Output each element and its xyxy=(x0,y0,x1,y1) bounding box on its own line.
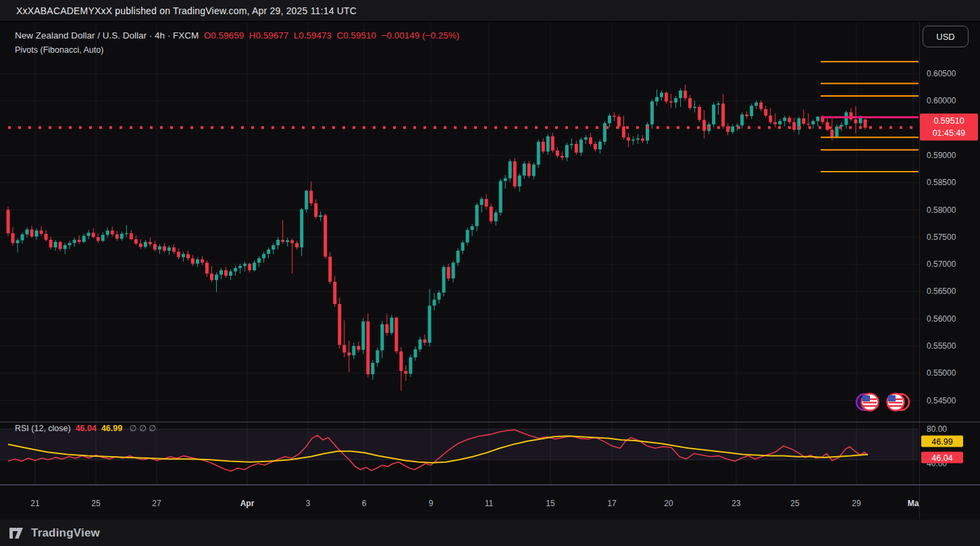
candle-body xyxy=(480,199,484,205)
candle-body xyxy=(413,349,417,357)
candle-body xyxy=(130,233,133,239)
indicator-legend-pivots[interactable]: Pivots (Fibonacci, Auto) xyxy=(15,45,103,55)
tradingview-logo[interactable]: TradingView xyxy=(9,526,100,540)
candle-body xyxy=(466,230,469,243)
rsi-params: (12, close) xyxy=(31,424,70,433)
candle-body xyxy=(314,203,317,217)
candle-body xyxy=(684,91,687,98)
candle-body xyxy=(570,144,573,145)
candle-body xyxy=(30,230,34,237)
candle-body xyxy=(182,254,185,257)
candle-body xyxy=(542,142,545,152)
candle-body xyxy=(305,191,308,209)
candle-body xyxy=(584,137,588,139)
candle-body xyxy=(792,122,796,130)
candle-body xyxy=(731,126,734,132)
candle-body xyxy=(357,346,360,350)
candle-body xyxy=(750,106,753,116)
candle-body xyxy=(679,91,682,98)
candle-body xyxy=(504,178,507,181)
candle-body xyxy=(773,122,777,124)
pane-separator-2[interactable] xyxy=(0,485,980,485)
candle-body xyxy=(854,120,857,124)
rsi-axis-label: 46.04 xyxy=(921,452,963,464)
symbol-title[interactable]: New Zealand Dollar / U.S. Dollar · 4h · … xyxy=(15,30,199,41)
candle-body xyxy=(650,101,654,124)
candle-body xyxy=(371,363,374,374)
current-price-value: 0.59510 xyxy=(920,115,978,127)
time-axis[interactable]: 212527Apr36911151720232529Ma xyxy=(0,485,980,520)
candle-body xyxy=(26,230,29,234)
candle-body xyxy=(802,118,805,124)
countdown-timer: 01:45:49 xyxy=(920,127,978,139)
candle-body xyxy=(338,304,341,345)
candle-body xyxy=(669,101,673,103)
time-tick-label: Apr xyxy=(240,499,255,508)
candle-body xyxy=(613,116,616,117)
candle-body xyxy=(361,322,365,350)
candle-body xyxy=(290,241,294,243)
candle-body xyxy=(115,234,119,239)
time-tick-label: 23 xyxy=(731,499,740,508)
candle-body xyxy=(603,123,607,141)
candle-body xyxy=(376,350,379,363)
candle-body xyxy=(45,234,48,240)
price-tick-label: 0.60000 xyxy=(927,96,956,105)
candle-body xyxy=(286,241,289,242)
candle-body xyxy=(238,266,242,268)
candle-body xyxy=(139,243,143,247)
pane-separator[interactable] xyxy=(0,422,980,422)
candle-body xyxy=(702,120,706,131)
candle-body xyxy=(561,156,564,157)
candle-body xyxy=(717,103,720,105)
candle-body xyxy=(631,140,635,141)
candle-body xyxy=(461,243,465,251)
candle-body xyxy=(655,97,659,101)
candle-body xyxy=(452,263,455,278)
candle-body xyxy=(92,232,95,237)
time-tick-label: 17 xyxy=(607,499,616,508)
candle-body xyxy=(276,240,280,245)
price-tick-label: 0.57500 xyxy=(927,232,956,242)
rsi-title[interactable]: RSI xyxy=(15,424,29,433)
currency-toggle-button[interactable]: USD xyxy=(923,26,969,47)
rsi-legend[interactable]: RSI (12, close) 46.04 46.99 ∅ ∅ ∅ xyxy=(15,423,156,433)
time-tick-label: 29 xyxy=(852,499,860,508)
symbol-legend[interactable]: New Zealand Dollar / U.S. Dollar · 4h · … xyxy=(15,30,459,41)
candle-body xyxy=(158,247,161,250)
candle-body xyxy=(101,235,105,241)
candle-body xyxy=(844,112,848,125)
candle-body xyxy=(788,118,791,122)
candle-body xyxy=(167,247,171,251)
price-axis[interactable]: 0.59510 01:45:49 0.605000.600000.590000.… xyxy=(919,22,980,519)
candle-body xyxy=(494,213,498,222)
rsi-axis-label: 46.99 xyxy=(921,436,963,447)
candle-body xyxy=(674,98,677,102)
price-tick-label: 0.54500 xyxy=(927,396,956,405)
ohlc-low: L0.59473 xyxy=(294,30,332,41)
price-tick-label: 0.55500 xyxy=(927,341,956,351)
candle-body xyxy=(68,243,72,245)
candle-body xyxy=(636,139,640,140)
candle-body xyxy=(54,242,57,247)
main-chart-canvas[interactable] xyxy=(0,22,919,422)
candle-body xyxy=(598,142,602,149)
candle-body xyxy=(409,357,412,374)
candle-body xyxy=(490,207,493,222)
rsi-axis-label: 80.00 xyxy=(927,424,947,434)
candle-body xyxy=(229,272,232,276)
candle-body xyxy=(698,107,701,120)
candle-body xyxy=(352,346,355,355)
time-tick-label: 3 xyxy=(306,499,311,508)
candle-body xyxy=(324,216,327,257)
time-tick-label: 6 xyxy=(362,499,367,508)
candle-body xyxy=(740,114,744,125)
candle-body xyxy=(16,241,20,243)
candle-body xyxy=(432,299,436,305)
candle-body xyxy=(385,324,388,333)
candle-body xyxy=(816,117,819,121)
candle-body xyxy=(693,107,696,108)
candle-body xyxy=(475,205,479,226)
candle-body xyxy=(281,240,284,242)
candle-body xyxy=(438,293,441,299)
